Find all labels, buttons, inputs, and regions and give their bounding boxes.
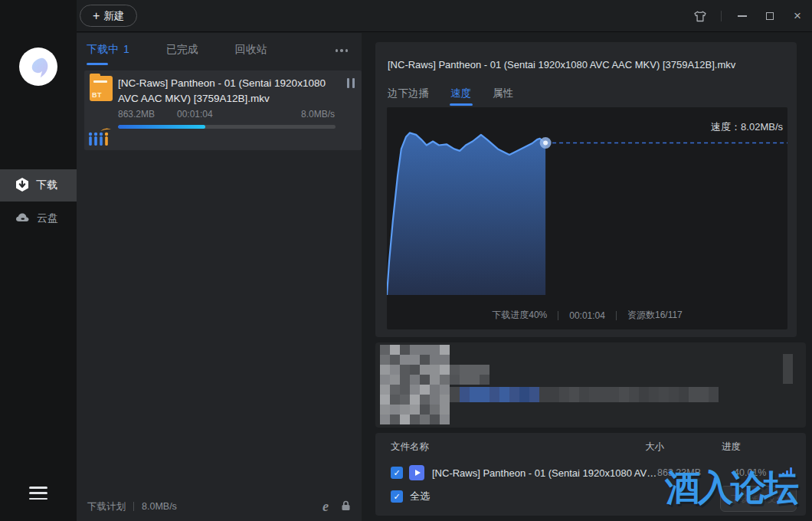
topbar: + 新建 × (77, 0, 812, 32)
censored-mosaic-region (375, 342, 806, 428)
download-task-name: [NC-Raws] Pantheon - 01 (Sentai 1920x108… (118, 76, 334, 107)
header-progress: 进度 (722, 441, 781, 454)
global-speed: 8.0MB/s (142, 501, 177, 512)
downloading-count-badge: 1 (123, 43, 129, 57)
divider (721, 11, 722, 21)
play-icon (415, 470, 421, 476)
list-tab-bar: 下载中 1 已完成 回收站 (77, 33, 362, 68)
sidebar-item-label: 下载 (36, 179, 57, 192)
speed-chart: 速度：8.02MB/s 下载进度40% 00:01:04 资源数16/117 (387, 107, 787, 329)
speed-card: [NC-Raws] Pantheon - 01 (Sentai 1920x108… (375, 42, 797, 337)
tab-speed[interactable]: 速度 (450, 87, 471, 106)
bt-folder-icon: BT (90, 76, 113, 101)
active-tab-underline (87, 63, 108, 65)
theme-shirt-icon[interactable] (693, 9, 707, 23)
speed-area-fill (387, 133, 545, 295)
sidebar: 下载 云盘 (0, 0, 77, 521)
current-speed-label: 速度：8.02MB/s (711, 120, 783, 134)
tab-recycle-bin[interactable]: 回收站 (235, 43, 267, 58)
download-speed: 8.0MB/s (301, 109, 335, 120)
progress-fill (118, 125, 205, 129)
lock-icon[interactable] (341, 500, 351, 513)
file-checkbox[interactable]: ✓ (391, 467, 403, 479)
select-all-row: ✓ 全选 (375, 490, 430, 503)
divider (558, 311, 558, 320)
play-file-button[interactable] (409, 465, 424, 480)
sidebar-item-download[interactable]: 下载 (0, 169, 77, 202)
download-hexagon-icon (15, 177, 29, 195)
file-table-row[interactable]: ✓ [NC-Raws] Pantheon - 01 (Sentai 1920x1… (375, 462, 806, 483)
download-selected-button[interactable]: 下载选中文件 (720, 486, 797, 512)
sidebar-item-label: 云盘 (37, 211, 58, 225)
file-name-cell: [NC-Raws] Pantheon - 01 (Sentai 1920x108… (432, 467, 657, 479)
progress-bar (118, 125, 336, 129)
header-size: 大小 (645, 441, 722, 454)
menu-hamburger-icon[interactable] (29, 487, 47, 500)
maximize-button[interactable] (763, 9, 777, 23)
new-task-button[interactable]: + 新建 (80, 5, 137, 27)
app-logo-bird-icon (19, 48, 57, 86)
team-acceleration-peers-icon (87, 127, 111, 151)
download-task-card[interactable]: BT [NC-Raws] Pantheon - 01 (Sentai 1920x… (84, 70, 362, 150)
chart-footer-stats: 下载进度40% 00:01:04 资源数16/117 (387, 309, 787, 322)
plus-icon: + (93, 10, 100, 22)
tab-properties[interactable]: 属性 (493, 87, 513, 106)
app-window: 下载 云盘 + 新建 × (0, 0, 812, 521)
select-all-checkbox[interactable]: ✓ (391, 490, 403, 503)
select-all-label: 全选 (410, 490, 430, 503)
signal-bars-icon (781, 466, 806, 480)
sidebar-item-cloud-drive[interactable]: 云盘 (0, 202, 77, 234)
tab-play-while-download[interactable]: 边下边播 (388, 87, 429, 106)
download-list-panel: 下载中 1 已完成 回收站 BT [NC-Raws] Pantheon - 01… (77, 33, 362, 521)
detail-tab-bar: 边下边播 速度 属性 (388, 87, 513, 106)
file-table-header: 文件名称 大小 进度 (375, 441, 806, 454)
cloud-icon (15, 212, 30, 224)
download-plan-link[interactable]: 下载计划 (87, 500, 126, 513)
window-controls: × (693, 0, 804, 32)
detail-panel: [NC-Raws] Pantheon - 01 (Sentai 1920x108… (362, 33, 812, 521)
resources-stat: 资源数16/117 (627, 309, 683, 322)
elapsed-stat: 00:01:04 (569, 310, 605, 321)
close-button[interactable]: × (791, 9, 804, 23)
file-progress-cell: 40.01% (734, 467, 781, 478)
file-table-card: 文件名称 大小 进度 ✓ [NC-Raws] Pantheon - 01 (Se… (375, 433, 806, 516)
tab-completed[interactable]: 已完成 (166, 43, 198, 58)
download-progress-stat: 下载进度40% (492, 309, 547, 322)
detail-file-title: [NC-Raws] Pantheon - 01 (Sentai 1920x108… (388, 59, 786, 70)
download-size: 863.2MB (118, 109, 155, 120)
minimize-button[interactable] (735, 9, 749, 23)
divider (133, 502, 134, 511)
more-options-icon[interactable] (336, 49, 349, 52)
list-status-bar: 下载计划 8.0MB/s e (77, 492, 362, 521)
tab-downloading[interactable]: 下载中 1 (87, 43, 129, 58)
file-size-cell: 863.23MB (657, 467, 734, 478)
download-elapsed: 00:01:04 (177, 109, 213, 120)
pause-button[interactable] (347, 78, 355, 88)
header-file-name: 文件名称 (391, 441, 645, 454)
browser-e-icon[interactable]: e (323, 500, 329, 513)
new-task-label: 新建 (103, 9, 124, 23)
divider (616, 311, 617, 320)
